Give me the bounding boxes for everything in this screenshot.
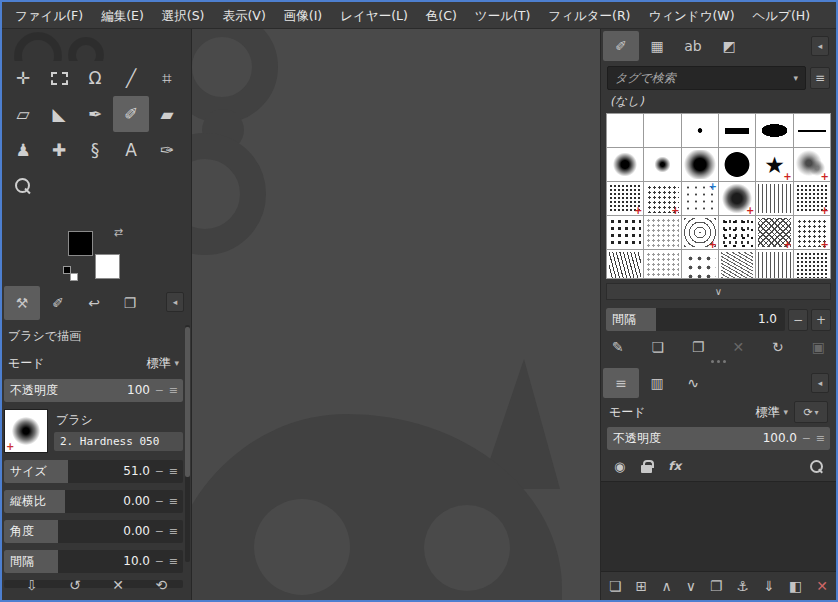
dock-splitter[interactable] xyxy=(601,356,836,366)
layers-dock-menu-button[interactable]: ◂ xyxy=(811,373,829,393)
ink-tool[interactable]: ✒ xyxy=(77,96,113,132)
visibility-filter-icon[interactable]: ◉ xyxy=(614,460,625,473)
delete-layer[interactable]: ✕ xyxy=(816,579,828,593)
fuzzy-select-tool[interactable]: ╱ xyxy=(113,60,149,96)
canvas[interactable] xyxy=(192,29,600,600)
new-layer[interactable]: ❏ xyxy=(609,579,622,593)
undo-history-tab[interactable]: ↩ xyxy=(76,286,112,320)
save-tool-preset[interactable]: ⇩ xyxy=(26,578,38,592)
brush-swatch[interactable] xyxy=(607,216,643,249)
layer-opacity-slider[interactable]: 不透明度 100.0 − ≡ xyxy=(607,427,830,450)
brush-swatch[interactable] xyxy=(682,148,718,181)
brush-swatch[interactable] xyxy=(756,182,792,215)
paintbrush-tool[interactable]: ✐ xyxy=(113,96,149,132)
brush-spacing-slider[interactable]: 間隔 1.0 xyxy=(606,308,785,331)
brush-name-button[interactable]: 2. Hardness 050 xyxy=(54,432,183,451)
tool-options-tab[interactable]: ⚒ xyxy=(4,286,40,320)
lock-filter-icon[interactable] xyxy=(641,465,652,473)
bucket-fill-tool[interactable]: ◣ xyxy=(41,96,77,132)
brush-swatch[interactable] xyxy=(644,148,680,181)
spin-menu-icon[interactable]: ≡ xyxy=(169,520,178,543)
brush-swatch[interactable] xyxy=(794,250,830,279)
merge-down[interactable]: ⇓ xyxy=(763,579,775,593)
images-tab[interactable]: ❐ xyxy=(112,286,148,320)
brush-swatch[interactable] xyxy=(794,114,830,147)
brush-tag-search[interactable]: タグで検索 ▾ xyxy=(607,66,806,90)
eraser-tool[interactable]: ▰ xyxy=(149,96,185,132)
brush-swatch[interactable] xyxy=(682,250,718,279)
duplicate-brush[interactable]: ❐ xyxy=(692,340,705,354)
spacing-increase-button[interactable]: + xyxy=(811,309,831,331)
background-color-swatch[interactable] xyxy=(95,254,120,279)
anchor-layer[interactable]: ⚓ xyxy=(737,579,750,593)
decrement-icon[interactable]: − xyxy=(155,490,164,513)
duplicate-layer[interactable]: ❐ xyxy=(710,579,723,593)
scrollbar-thumb[interactable] xyxy=(185,327,190,477)
color-selector[interactable]: ⇄ xyxy=(68,231,120,279)
crop-tool[interactable]: ⌗ xyxy=(149,60,185,96)
add-layer-mask[interactable]: ◧ xyxy=(789,579,802,593)
free-select-tool[interactable]: Ω xyxy=(77,60,113,96)
selected-tag[interactable]: (なし) xyxy=(601,90,836,112)
brush-swatch[interactable] xyxy=(607,114,643,147)
menu-file[interactable]: ファイル(F) xyxy=(6,2,92,29)
brush-selector[interactable]: + ブラシ 2. Hardness 050 xyxy=(4,409,183,453)
layers-list[interactable] xyxy=(601,481,836,572)
spin-menu-icon[interactable]: ≡ xyxy=(169,490,178,513)
heal-tool[interactable]: ✚ xyxy=(41,132,77,168)
tag-menu-button[interactable]: ≡ xyxy=(810,67,830,89)
size-slider[interactable]: サイズ51.0−≡ xyxy=(4,460,183,483)
layer-mode-switch-button[interactable]: ⟳ ▾ xyxy=(794,401,828,423)
paths-tool[interactable]: § xyxy=(77,132,113,168)
brush-swatch[interactable] xyxy=(644,114,680,147)
brush-thumbnail[interactable]: + xyxy=(4,409,48,453)
default-colors-icon[interactable] xyxy=(63,266,78,281)
decrement-icon[interactable]: − xyxy=(155,550,164,573)
brush-swatch[interactable]: + xyxy=(682,216,718,249)
spacing-decrease-button[interactable]: − xyxy=(788,309,808,331)
menu-select[interactable]: 選択(S) xyxy=(153,2,214,29)
device-status-tab[interactable]: ✐ xyxy=(40,286,76,320)
brush-swatch[interactable]: + xyxy=(794,216,830,249)
brush-swatch[interactable]: + xyxy=(794,148,830,181)
foreground-color-swatch[interactable] xyxy=(68,231,93,256)
brush-swatch[interactable]: + xyxy=(756,216,792,249)
spacing-slider[interactable]: 間隔10.0−≡ xyxy=(4,550,183,573)
layer-search-icon[interactable] xyxy=(810,460,823,473)
brush-swatch[interactable] xyxy=(607,148,643,181)
menu-image[interactable]: 画像(I) xyxy=(275,2,331,29)
rectangle-select-tool[interactable] xyxy=(41,60,77,96)
effects-filter-label[interactable]: fx xyxy=(668,459,681,473)
menu-colors[interactable]: 色(C) xyxy=(417,2,466,29)
new-layer-group[interactable]: ⊞ xyxy=(636,579,648,593)
brush-swatch[interactable] xyxy=(644,250,680,279)
brush-swatch[interactable] xyxy=(719,148,755,181)
patterns-tab[interactable]: ▦ xyxy=(639,31,675,61)
search-chevron-icon[interactable]: ▾ xyxy=(793,73,798,83)
brush-swatch[interactable] xyxy=(756,114,792,147)
decrement-icon[interactable]: − xyxy=(155,460,164,483)
menu-windows[interactable]: ウィンドウ(W) xyxy=(639,2,743,29)
paint-mode-chevron-icon[interactable]: ▾ xyxy=(174,358,179,368)
decrement-icon[interactable]: − xyxy=(155,379,164,402)
brush-swatch[interactable]: + xyxy=(756,148,792,181)
tool-options-scrollbar[interactable] xyxy=(185,325,190,562)
brush-swatch[interactable] xyxy=(719,114,755,147)
restore-tool-preset[interactable]: ↺ xyxy=(69,578,81,592)
transform-tool[interactable]: ▱ xyxy=(5,96,41,132)
brush-swatch[interactable] xyxy=(756,250,792,279)
edit-brush[interactable]: ✎ xyxy=(612,340,624,354)
paint-mode-row[interactable]: モード 標準 ▾ xyxy=(4,351,183,375)
brush-swatch[interactable]: + xyxy=(719,182,755,215)
tool-opacity-slider[interactable]: 不透明度 100 − ≡ xyxy=(4,379,183,402)
spin-menu-icon[interactable]: ≡ xyxy=(816,427,825,450)
brush-swatch[interactable] xyxy=(644,216,680,249)
decrement-icon[interactable]: − xyxy=(155,520,164,543)
menu-layer[interactable]: レイヤー(L) xyxy=(331,2,417,29)
raise-layer[interactable]: ∧ xyxy=(661,579,671,593)
clone-tool[interactable]: ♟ xyxy=(5,132,41,168)
menu-edit[interactable]: 編集(E) xyxy=(92,2,153,29)
paths-tab[interactable]: ∿ xyxy=(675,368,711,398)
aspect-ratio-slider[interactable]: 縦横比0.00−≡ xyxy=(4,490,183,513)
new-brush[interactable]: ❏ xyxy=(652,340,665,354)
